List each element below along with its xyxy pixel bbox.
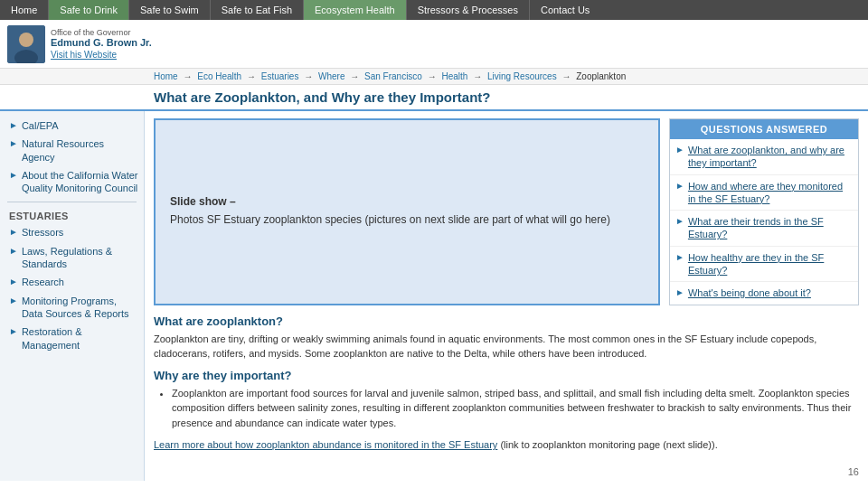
section2-title: Why are they important?	[154, 369, 859, 382]
sidebar-item-calepa[interactable]: ► Cal/EPA	[0, 117, 144, 135]
bullet-list: Zooplankton are important food sources f…	[172, 386, 859, 431]
visit-website-link[interactable]: Visit his Website	[51, 50, 117, 60]
svg-point-1	[19, 33, 33, 47]
slideshow-text: Photos SF Estuary zooplankton species (p…	[170, 211, 610, 228]
sidebar-label-monitoring: Monitoring Programs, Data Sources & Repo…	[22, 295, 138, 321]
bullet-item-1: Zooplankton are important food sources f…	[172, 386, 859, 431]
breadcrumb-estuaries[interactable]: Estuaries	[261, 71, 299, 81]
qa-link-1[interactable]: What are zooplankton, and why are they i…	[688, 144, 853, 170]
breadcrumb-eco-health[interactable]: Eco Health	[197, 71, 241, 81]
governor-photo	[7, 25, 45, 63]
sidebar-label-research: Research	[22, 276, 64, 288]
qa-item-4[interactable]: ► How healthy are they in the SF Estuary…	[670, 247, 858, 283]
breadcrumb-sep-7: →	[561, 71, 571, 81]
main-layout: ► Cal/EPA ► Natural Resources Agency ► A…	[0, 111, 868, 481]
arrow-icon-7: ►	[9, 295, 18, 306]
breadcrumb-sf[interactable]: San Francisco	[364, 71, 422, 81]
top-nav: Home Safe to Drink Safe to Swim Safe to …	[0, 0, 868, 20]
sidebar-label-stressors: Stressors	[22, 226, 63, 239]
sidebar-item-water-quality[interactable]: ► About the California Water Quality Mon…	[0, 166, 144, 198]
page-title-area: What are Zooplankton, and Why are they I…	[0, 85, 868, 111]
arrow-icon-6: ►	[9, 276, 18, 287]
sidebar: ► Cal/EPA ► Natural Resources Agency ► A…	[0, 111, 145, 481]
footer-link-para: Learn more about how zooplankton abundan…	[154, 437, 859, 453]
arrow-icon: ►	[9, 119, 18, 131]
qa-link-4[interactable]: How healthy are they in the SF Estuary?	[688, 251, 853, 277]
sidebar-divider	[7, 202, 137, 202]
arrow-icon-5: ►	[9, 245, 18, 257]
page-title: What are Zooplankton, and Why are they I…	[154, 89, 861, 105]
qa-arrow-3: ►	[675, 216, 684, 226]
qa-header: QUESTIONS ANSWERED	[670, 119, 858, 139]
sidebar-label-restoration: Restoration & Management	[22, 325, 138, 352]
nav-item-safe-swim[interactable]: Safe to Swim	[129, 0, 211, 20]
qa-panel: QUESTIONS ANSWERED ► What are zooplankto…	[669, 118, 859, 305]
sidebar-item-monitoring[interactable]: ► Monitoring Programs, Data Sources & Re…	[0, 292, 144, 324]
qa-item-3[interactable]: ► What are their trends in the SF Estuar…	[670, 211, 858, 247]
breadcrumb: Home → Eco Health → Estuaries → Where → …	[0, 69, 868, 85]
qa-arrow-5: ►	[675, 287, 684, 297]
breadcrumb-where[interactable]: Where	[318, 71, 344, 81]
arrow-icon-2: ►	[9, 137, 18, 149]
page-number: 16	[848, 466, 859, 477]
qa-link-3[interactable]: What are their trends in the SF Estuary?	[688, 215, 853, 241]
breadcrumb-living[interactable]: Living Resources	[487, 71, 557, 81]
nav-item-safe-drink[interactable]: Safe to Drink	[49, 0, 129, 20]
breadcrumb-sep-2: →	[247, 71, 256, 81]
arrow-icon-8: ►	[9, 325, 18, 337]
slideshow-box: Slide show – Photos SF Estuary zooplankt…	[154, 118, 660, 305]
sidebar-section-title: ESTUARIES	[0, 207, 144, 223]
sidebar-item-stressors[interactable]: ► Stressors	[0, 223, 144, 241]
logo-area: Office of the Governor Edmund G. Brown J…	[7, 25, 152, 63]
sidebar-item-restoration[interactable]: ► Restoration & Management	[0, 323, 144, 354]
sidebar-label-laws: Laws, Regulations & Standards	[22, 245, 138, 271]
gov-office-label: Office of the Governor	[51, 28, 152, 37]
breadcrumb-home[interactable]: Home	[154, 71, 178, 81]
breadcrumb-sep-5: →	[428, 71, 437, 81]
qa-item-1[interactable]: ► What are zooplankton, and why are they…	[670, 139, 858, 175]
nav-item-contact[interactable]: Contact Us	[530, 0, 600, 20]
logo-text-area: Office of the Governor Edmund G. Brown J…	[51, 28, 152, 61]
slideshow-content: Slide show – Photos SF Estuary zooplankt…	[170, 195, 610, 228]
top-row: Slide show – Photos SF Estuary zooplankt…	[154, 118, 859, 305]
qa-arrow-2: ►	[675, 181, 684, 191]
footer-link-suffix: (link to zooplankton monitoring page (ne…	[497, 439, 717, 450]
section1-para: Zooplankton are tiny, drifting or weakly…	[154, 332, 859, 361]
breadcrumb-health[interactable]: Health	[441, 71, 467, 81]
arrow-icon-3: ►	[9, 169, 18, 181]
breadcrumb-sep-3: →	[304, 71, 313, 81]
qa-item-2[interactable]: ► How and where are they monitored in th…	[670, 175, 858, 211]
sidebar-label-natural: Natural Resources Agency	[22, 137, 138, 164]
qa-item-5[interactable]: ► What's being done about it?	[670, 282, 858, 304]
governor-name: Edmund G. Brown Jr.	[51, 37, 152, 48]
footer-link[interactable]: Learn more about how zooplankton abundan…	[154, 439, 497, 450]
sidebar-item-natural-resources[interactable]: ► Natural Resources Agency	[0, 135, 144, 166]
site-header: Office of the Governor Edmund G. Brown J…	[0, 20, 868, 69]
breadcrumb-current: Zooplankton	[576, 71, 626, 81]
breadcrumb-sep-1: →	[183, 71, 192, 81]
qa-arrow-4: ►	[675, 252, 684, 262]
sidebar-label-calepa: Cal/EPA	[22, 119, 59, 132]
breadcrumb-sep-4: →	[350, 71, 359, 81]
qa-link-5[interactable]: What's being done about it?	[688, 286, 811, 299]
content-area: Slide show – Photos SF Estuary zooplankt…	[145, 111, 868, 481]
nav-item-stressors[interactable]: Stressors & Processes	[407, 0, 530, 20]
nav-item-home[interactable]: Home	[0, 0, 49, 20]
sidebar-item-research[interactable]: ► Research	[0, 273, 144, 291]
nav-item-safe-fish[interactable]: Safe to Eat Fish	[211, 0, 304, 20]
qa-arrow-1: ►	[675, 145, 684, 155]
section1-title: What are zooplankton?	[154, 314, 859, 328]
arrow-icon-4: ►	[9, 226, 18, 238]
sidebar-label-water: About the California Water Quality Monit…	[22, 169, 138, 195]
breadcrumb-sep-6: →	[473, 71, 482, 81]
qa-link-2[interactable]: How and where are they monitored in the …	[688, 180, 853, 206]
sidebar-item-laws[interactable]: ► Laws, Regulations & Standards	[0, 242, 144, 274]
nav-item-ecosystem[interactable]: Ecosystem Health	[304, 0, 407, 20]
slideshow-title: Slide show –	[170, 195, 610, 208]
